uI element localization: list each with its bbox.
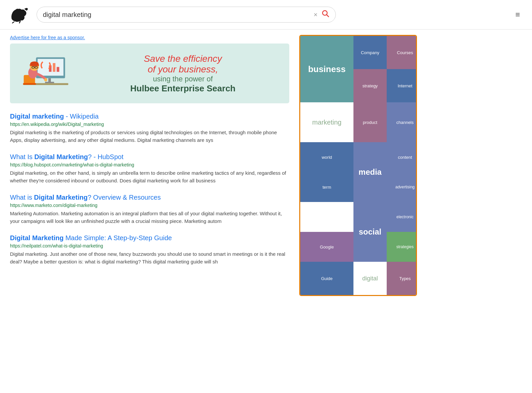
result-link[interactable]: Digital marketing - Wikipedia bbox=[10, 113, 289, 120]
word-cloud-cell-product[interactable]: product bbox=[353, 102, 387, 142]
svg-point-17 bbox=[30, 64, 39, 66]
left-panel: Advertise here for free as a sponsor. bbox=[0, 30, 299, 301]
svg-rect-10 bbox=[45, 82, 54, 83]
search-input[interactable]: digital marketing bbox=[43, 11, 314, 19]
word-cloud-cell-strategies[interactable]: strategies bbox=[387, 232, 417, 262]
word-cloud-cell-business[interactable]: business bbox=[300, 36, 353, 102]
ad-line1: Save the efficiency bbox=[83, 53, 283, 64]
ad-illustration bbox=[17, 50, 76, 97]
result-item: What Is Digital Marketing? - HubSpot htt… bbox=[10, 153, 289, 184]
search-bar: digital marketing × bbox=[37, 7, 336, 23]
word-cloud-cell-media[interactable]: media bbox=[353, 142, 387, 202]
word-cloud-cell-channels[interactable]: channels bbox=[387, 102, 417, 142]
logo[interactable] bbox=[7, 5, 30, 25]
svg-rect-13 bbox=[23, 83, 36, 85]
ad-banner[interactable]: Save the efficiency of your business, us… bbox=[10, 44, 289, 103]
result-title-bold: Digital marketing bbox=[10, 113, 64, 120]
main-content: Advertise here for free as a sponsor. bbox=[0, 30, 532, 301]
menu-button[interactable]: ≡ bbox=[510, 10, 525, 19]
search-icon bbox=[322, 10, 330, 18]
word-cloud-cell-types[interactable]: Types bbox=[387, 262, 417, 295]
result-link[interactable]: What is Digital Marketing? Overview & Re… bbox=[10, 194, 289, 201]
result-desc: Digital marketing, on the other hand, is… bbox=[10, 169, 289, 184]
svg-point-0 bbox=[20, 10, 22, 12]
clear-button[interactable]: × bbox=[314, 11, 318, 19]
word-cloud-cell-advertising[interactable]: advertising bbox=[387, 172, 417, 202]
word-cloud-cell-courses[interactable]: Courses bbox=[387, 36, 417, 69]
word-cloud: business Company Courses strategy Intern… bbox=[299, 35, 417, 296]
ad-text: Save the efficiency of your business, us… bbox=[76, 53, 283, 94]
word-cloud-cell-content[interactable]: content bbox=[387, 142, 417, 172]
svg-rect-9 bbox=[48, 78, 51, 82]
result-desc: Digital marketing is the marketing of pr… bbox=[10, 129, 289, 144]
result-title-post: - Wikipedia bbox=[64, 113, 98, 120]
result-item: Digital Marketing Made Simple: A Step-by… bbox=[10, 234, 289, 265]
search-results: Digital marketing - Wikipedia https://en… bbox=[10, 113, 289, 265]
svg-point-1 bbox=[323, 11, 327, 15]
result-title-post: ? - HubSpot bbox=[88, 153, 124, 160]
word-cloud-cell-term[interactable]: term bbox=[300, 172, 353, 202]
word-cloud-cell-google[interactable]: Google bbox=[300, 232, 353, 262]
word-cloud-cell-world[interactable]: world bbox=[300, 142, 353, 172]
ad-line3: using the power of bbox=[83, 75, 283, 83]
word-cloud-cell-internet[interactable]: Internet bbox=[387, 69, 417, 102]
ad-line2: of your business, bbox=[83, 64, 283, 75]
result-desc: Marketing Automation. Marketing automati… bbox=[10, 210, 289, 225]
ad-notice[interactable]: Advertise here for free as a sponsor. bbox=[10, 35, 289, 40]
word-cloud-cell-empty2 bbox=[300, 202, 353, 232]
svg-line-2 bbox=[327, 15, 329, 17]
ad-line4: Hulbee Enterprise Search bbox=[83, 83, 283, 94]
result-url: https://neilpatel.com/what-is-digital-ma… bbox=[10, 243, 289, 248]
result-title-bold: Digital Marketing bbox=[34, 153, 88, 160]
result-title-bold: Digital Marketing bbox=[10, 234, 64, 242]
word-cloud-cell-electronic-label[interactable]: electronic bbox=[387, 202, 417, 232]
word-cloud-cell-marketing[interactable]: marketing bbox=[300, 102, 353, 142]
result-item: What is Digital Marketing? Overview & Re… bbox=[10, 194, 289, 225]
result-url: https://www.marketo.com/digital-marketin… bbox=[10, 203, 289, 208]
svg-point-21 bbox=[44, 78, 48, 82]
result-title-pre: What Is bbox=[10, 153, 34, 160]
result-url: https://en.wikipedia.org/wiki/Digital_ma… bbox=[10, 122, 289, 127]
result-link[interactable]: What Is Digital Marketing? - HubSpot bbox=[10, 153, 289, 161]
search-button[interactable] bbox=[322, 10, 330, 20]
result-link[interactable]: Digital Marketing Made Simple: A Step-by… bbox=[10, 234, 289, 242]
word-cloud-cell-guide[interactable]: Guide bbox=[300, 262, 353, 295]
result-desc: Digital marketing. Just another one of t… bbox=[10, 250, 289, 265]
result-url: https://blog.hubspot.com/marketing/what-… bbox=[10, 162, 289, 167]
right-panel: business Company Courses strategy Intern… bbox=[299, 30, 422, 301]
ad-illustration-svg bbox=[17, 50, 73, 97]
svg-rect-6 bbox=[53, 63, 56, 72]
svg-rect-7 bbox=[57, 67, 59, 72]
word-cloud-cell-digital[interactable]: digital bbox=[353, 262, 387, 295]
result-title-post: ? Overview & Resources bbox=[87, 194, 161, 201]
logo-icon bbox=[8, 6, 28, 24]
word-cloud-cell-company[interactable]: Company bbox=[353, 36, 387, 69]
result-title-pre: What is bbox=[10, 194, 34, 201]
header: digital marketing × ≡ bbox=[0, 0, 532, 30]
result-title-bold: Digital Marketing bbox=[34, 194, 87, 201]
word-cloud-cell-social[interactable]: social bbox=[353, 202, 387, 262]
word-cloud-cell-strategy[interactable]: strategy bbox=[353, 69, 387, 102]
result-title-post: Made Simple: A Step-by-Step Guide bbox=[64, 234, 172, 242]
result-item: Digital marketing - Wikipedia https://en… bbox=[10, 113, 289, 144]
